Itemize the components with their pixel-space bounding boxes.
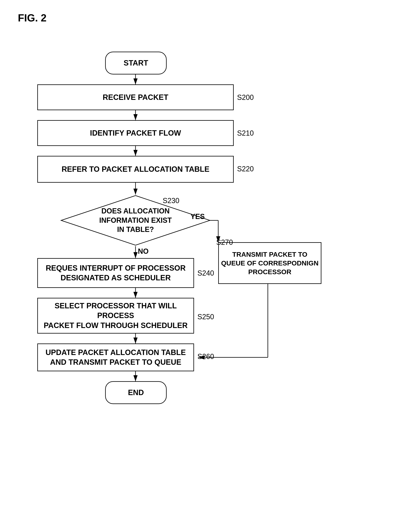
no-label: NO <box>138 247 149 256</box>
s250-process: SELECT PROCESSOR THAT WILL PROCESS PACKE… <box>37 298 194 334</box>
s240-step: S240 <box>197 269 214 277</box>
s200-step: S200 <box>237 93 254 102</box>
s260-step: S260 <box>197 352 214 361</box>
s210-label: IDENTIFY PACKET FLOW <box>90 129 181 137</box>
s250-label: SELECT PROCESSOR THAT WILL PROCESS PACKE… <box>40 301 191 330</box>
fig-label: FIG. 2 <box>18 12 46 24</box>
s200-label: RECEIVE PACKET <box>103 93 168 102</box>
s220-step: S220 <box>237 165 254 173</box>
s260-process: UPDATE PACKET ALLOCATION TABLE AND TRANS… <box>37 343 194 371</box>
s270-label: TRANSMIT PACKET TO QUEUE OF CORRESPODNIG… <box>221 250 318 276</box>
s260-label: UPDATE PACKET ALLOCATION TABLE AND TRANS… <box>45 348 186 367</box>
s240-label: REQUES INTERRUPT OF PROCESSOR DESIGNATED… <box>46 263 186 283</box>
s230-label: DOES ALLOCATION INFORMATION EXIST IN TAB… <box>99 207 172 234</box>
s210-process: IDENTIFY PACKET FLOW <box>37 120 234 146</box>
s210-step: S210 <box>237 129 254 137</box>
end-terminal: END <box>105 381 167 404</box>
end-label: END <box>128 388 144 397</box>
s240-process: REQUES INTERRUPT OF PROCESSOR DESIGNATED… <box>37 258 194 288</box>
s230-step: S230 <box>163 197 179 205</box>
yes-label: YES <box>190 213 205 221</box>
s270-step: S270 <box>216 238 233 247</box>
s200-process: RECEIVE PACKET <box>37 84 234 110</box>
start-terminal: START <box>105 52 167 75</box>
s220-process: REFER TO PACKET ALLOCATION TABLE <box>37 156 234 183</box>
start-label: START <box>124 59 148 67</box>
s250-step: S250 <box>197 313 214 321</box>
s270-process: TRANSMIT PACKET TO QUEUE OF CORRESPODNIG… <box>218 242 321 284</box>
s220-label: REFER TO PACKET ALLOCATION TABLE <box>61 165 209 174</box>
